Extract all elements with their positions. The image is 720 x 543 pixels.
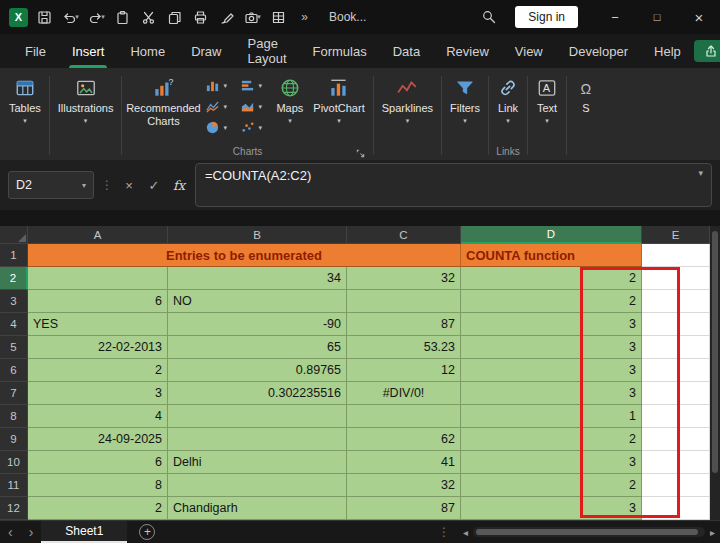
cell-D10[interactable]: 3 bbox=[461, 451, 642, 474]
insert-function-icon[interactable]: fx bbox=[170, 178, 188, 193]
filters-button[interactable]: Filters ▾ bbox=[445, 71, 485, 145]
pivotchart-button[interactable]: PivotChart ▾ bbox=[308, 71, 369, 145]
cancel-icon[interactable]: × bbox=[120, 178, 138, 193]
cell-E4[interactable] bbox=[642, 313, 710, 336]
cell-D2[interactable]: 2 bbox=[461, 267, 642, 290]
cell-C10[interactable]: 41 bbox=[347, 451, 461, 474]
cell-C4[interactable]: 87 bbox=[347, 313, 461, 336]
cell-B5[interactable]: 65 bbox=[168, 336, 347, 359]
row-header-10[interactable]: 10 bbox=[0, 451, 28, 474]
tables-button[interactable]: Tables ▾ bbox=[4, 71, 46, 145]
cell-A4[interactable]: YES bbox=[28, 313, 168, 336]
share-button[interactable]: Share bbox=[694, 40, 720, 62]
add-sheet-button[interactable]: + bbox=[139, 524, 155, 540]
charts-dialog-launcher[interactable] bbox=[355, 148, 366, 159]
row-header-11[interactable]: 11 bbox=[0, 474, 28, 497]
ribbon-tab-view[interactable]: View bbox=[502, 34, 556, 68]
column-header-E[interactable]: E bbox=[642, 226, 710, 244]
ribbon-tab-home[interactable]: Home bbox=[117, 34, 178, 68]
ribbon-tab-review[interactable]: Review bbox=[433, 34, 502, 68]
cell-A1-merged[interactable]: Entries to be enumerated bbox=[28, 244, 461, 267]
cell-B12[interactable]: Chandigarh bbox=[168, 497, 347, 520]
cell-C2[interactable]: 32 bbox=[347, 267, 461, 290]
cell-D5[interactable]: 3 bbox=[461, 336, 642, 359]
maximize-button[interactable]: □ bbox=[636, 0, 678, 34]
cell-A8[interactable]: 4 bbox=[28, 405, 168, 428]
cell-C12[interactable]: 87 bbox=[347, 497, 461, 520]
cell-D12[interactable]: 3 bbox=[461, 497, 642, 520]
copy-button[interactable] bbox=[162, 4, 187, 30]
cell-D11[interactable]: 2 bbox=[461, 474, 642, 497]
cell-A7[interactable]: 3 bbox=[28, 382, 168, 405]
row-header-6[interactable]: 6 bbox=[0, 359, 28, 382]
cell-D6[interactable]: 3 bbox=[461, 359, 642, 382]
cell-E10[interactable] bbox=[642, 451, 710, 474]
cell-C6[interactable]: 12 bbox=[347, 359, 461, 382]
ribbon-tab-draw[interactable]: Draw bbox=[178, 34, 234, 68]
cell-B7[interactable]: 0.302235516 bbox=[168, 382, 347, 405]
sheet-nav-prev-icon[interactable]: ‹ bbox=[0, 524, 21, 540]
formula-input[interactable]: =COUNTA(A2:C2) ▾ bbox=[195, 163, 712, 207]
cell-E6[interactable] bbox=[642, 359, 710, 382]
close-button[interactable]: × bbox=[678, 0, 720, 34]
cell-A5[interactable]: 22-02-2013 bbox=[28, 336, 168, 359]
column-chart-button[interactable]: ▾ bbox=[201, 75, 236, 96]
row-header-12[interactable]: 12 bbox=[0, 497, 28, 520]
recommended-charts-button[interactable]: ? Recommended Charts bbox=[125, 71, 201, 145]
vertical-scrollbar[interactable] bbox=[710, 226, 720, 520]
hscroll-left-icon[interactable]: ◂ bbox=[458, 527, 473, 538]
text-button[interactable]: A Text ▾ bbox=[531, 71, 563, 145]
area-chart-button[interactable]: ▾ bbox=[236, 96, 271, 117]
cell-E9[interactable] bbox=[642, 428, 710, 451]
cell-D4[interactable]: 3 bbox=[461, 313, 642, 336]
cell-A2[interactable] bbox=[28, 267, 168, 290]
search-button[interactable] bbox=[476, 4, 501, 30]
cell-A3[interactable]: 6 bbox=[28, 290, 168, 313]
excel-logo[interactable]: X bbox=[6, 4, 31, 30]
ribbon-tab-data[interactable]: Data bbox=[380, 34, 433, 68]
row-header-3[interactable]: 3 bbox=[0, 290, 28, 313]
formula-bar-splitter[interactable]: ⋮ bbox=[101, 178, 113, 192]
sign-in-button[interactable]: Sign in bbox=[515, 6, 578, 28]
row-header-4[interactable]: 4 bbox=[0, 313, 28, 336]
bar-chart-button[interactable]: ▾ bbox=[236, 75, 271, 96]
column-header-B[interactable]: B bbox=[168, 226, 347, 244]
undo-button[interactable]: ▾ bbox=[58, 4, 83, 30]
ribbon-tab-developer[interactable]: Developer bbox=[556, 34, 641, 68]
illustrations-button[interactable]: Illustrations ▾ bbox=[53, 71, 119, 145]
column-header-C[interactable]: C bbox=[347, 226, 461, 244]
cell-D3[interactable]: 2 bbox=[461, 290, 642, 313]
pie-chart-button[interactable]: ▾ bbox=[201, 117, 236, 138]
cell-C7[interactable]: #DIV/0! bbox=[347, 382, 461, 405]
cell-C11[interactable]: 32 bbox=[347, 474, 461, 497]
sheet-nav-next-icon[interactable]: › bbox=[21, 524, 42, 540]
cell-B3[interactable]: NO bbox=[168, 290, 347, 313]
vertical-scrollbar-thumb[interactable] bbox=[712, 231, 718, 473]
cell-B11[interactable] bbox=[168, 474, 347, 497]
cell-B2[interactable]: 34 bbox=[168, 267, 347, 290]
cell-E12[interactable] bbox=[642, 497, 710, 520]
redo-button[interactable]: ▾ bbox=[84, 4, 109, 30]
cell-D8[interactable]: 1 bbox=[461, 405, 642, 428]
formula-bar-collapse-icon[interactable]: ▾ bbox=[698, 168, 703, 178]
row-header-9[interactable]: 9 bbox=[0, 428, 28, 451]
cell-E2[interactable] bbox=[642, 267, 710, 290]
line-chart-button[interactable]: ▾ bbox=[201, 96, 236, 117]
hscroll-right-icon[interactable]: ▸ bbox=[705, 527, 720, 538]
cut-button[interactable] bbox=[136, 4, 161, 30]
cell-A12[interactable]: 2 bbox=[28, 497, 168, 520]
row-header-7[interactable]: 7 bbox=[0, 382, 28, 405]
cell-D1[interactable]: COUNTA function bbox=[461, 244, 642, 267]
cell-E7[interactable] bbox=[642, 382, 710, 405]
chevron-down-icon[interactable]: ▾ bbox=[82, 181, 86, 190]
format-painter-button[interactable] bbox=[214, 4, 239, 30]
cell-B8[interactable] bbox=[168, 405, 347, 428]
sparklines-button[interactable]: Sparklines ▾ bbox=[377, 71, 438, 145]
ribbon-tab-page-layout[interactable]: Page Layout bbox=[235, 34, 300, 68]
paste-button[interactable] bbox=[110, 4, 135, 30]
symbols-button[interactable]: Ω S bbox=[570, 71, 602, 145]
cell-C3[interactable] bbox=[347, 290, 461, 313]
scatter-chart-button[interactable]: ▾ bbox=[236, 117, 271, 138]
cell-A9[interactable]: 24-09-2025 bbox=[28, 428, 168, 451]
horizontal-scrollbar[interactable] bbox=[473, 527, 705, 537]
